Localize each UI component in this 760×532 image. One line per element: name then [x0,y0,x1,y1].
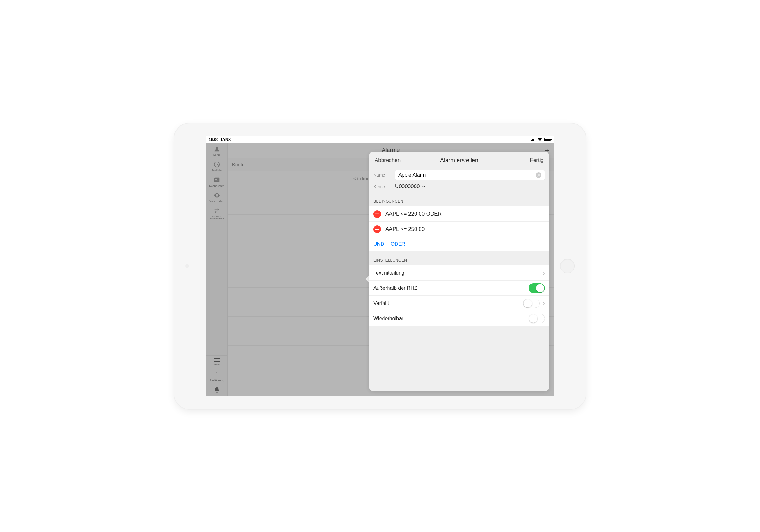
sidebar-item-label: Ausführung [209,379,224,382]
transfer-icon [214,371,220,378]
sidebar-item-label: Nachrichten [209,184,224,187]
create-alarm-modal-wrap: Abbrechen Alarm erstellen Fertig Name [369,152,549,391]
rhz-toggle[interactable] [529,283,545,293]
account-label: Konto [373,184,391,189]
sidebar-item-konto[interactable]: Konto [206,143,227,158]
battery-icon [545,138,551,141]
close-icon [537,173,540,177]
status-time: 16:00 [209,137,218,142]
setting-label: Textmitteilung [373,270,404,276]
conditions-header: BEDINGUNGEN [369,192,549,206]
sidebar-item-label: Portfolio [212,169,222,172]
condition-row[interactable]: AAPL >= 250.00 [369,222,549,237]
sidebar-item-label: Watchlisten [209,200,224,203]
logic-row: UND ODER [369,237,549,251]
chevron-right-icon: › [543,300,545,307]
clear-name-button[interactable] [536,172,542,178]
name-row: Name [369,169,549,181]
condition-text: AAPL <= 220.00 ODER [385,211,442,217]
settings-header: EINSTELLUNGEN [369,251,549,265]
name-input-wrap[interactable] [395,170,545,180]
signal-icon [531,138,536,141]
account-row[interactable]: Konto U0000000 [369,181,549,192]
svg-rect-5 [217,179,218,180]
arrows-icon [214,208,220,215]
sidebar: Konto Portfolio Nachrichten Watchli [206,143,228,396]
sidebar-item-nachrichten[interactable]: Nachrichten [206,174,227,189]
setting-textmitteilung[interactable]: Textmitteilung › [369,266,549,281]
expires-toggle[interactable] [523,299,540,308]
wifi-icon [537,138,543,142]
svg-rect-2 [214,178,219,182]
menu-icon [214,358,220,362]
or-button[interactable]: ODER [391,241,405,247]
sidebar-item-label: Mehr [214,363,220,366]
sidebar-item-ausfuehrung[interactable]: Ausführung [206,368,227,384]
sidebar-item-alarm[interactable] [206,384,227,396]
condition-text: AAPL >= 250.00 [385,226,425,232]
chevron-down-icon [421,184,426,189]
condition-row[interactable]: AAPL <= 220.00 ODER [369,207,549,222]
setting-wiederholbar: Wiederholbar [369,311,549,326]
done-button[interactable]: Fertig [530,157,544,164]
svg-rect-6 [215,180,218,181]
chevron-right-icon: › [543,269,545,276]
tablet-camera [185,264,189,268]
name-input[interactable] [398,172,536,178]
name-label: Name [373,172,391,178]
repeat-toggle[interactable] [529,314,545,323]
settings-list: Textmitteilung › Außerhalb der RHZ Verfä… [369,265,549,326]
account-value: U0000000 [395,183,420,190]
eye-icon [214,192,220,199]
setting-label: Verfällt [373,301,389,306]
remove-condition-button[interactable] [373,210,381,218]
setting-label: Außerhalb der RHZ [373,285,417,291]
sidebar-item-orders[interactable]: Orders & Ausführungen [206,205,227,222]
status-bar: 16:00 LYNX [206,136,554,143]
screen: 16:00 LYNX Konto [206,136,554,396]
svg-rect-4 [217,178,218,179]
sidebar-item-label: Konto [213,153,221,157]
portfolio-icon [214,161,220,168]
news-icon [214,176,220,183]
conditions-list: AAPL <= 220.00 ODER AAPL >= 250.00 [369,206,549,237]
setting-rhz: Außerhalb der RHZ [369,281,549,296]
sidebar-item-portfolio[interactable]: Portfolio [206,158,227,174]
filter-label: Konto [232,162,245,167]
and-button[interactable]: UND [373,241,384,247]
tablet-frame: 16:00 LYNX Konto [174,123,586,409]
setting-label: Wiederholbar [373,316,404,321]
sidebar-item-mehr[interactable]: Mehr [206,355,227,368]
setting-verfaellt[interactable]: Verfällt › [369,296,549,311]
remove-condition-button[interactable] [373,225,381,233]
create-alarm-modal: Abbrechen Alarm erstellen Fertig Name [369,152,549,391]
sidebar-item-watchlisten[interactable]: Watchlisten [206,189,227,205]
svg-rect-3 [215,178,216,180]
bell-icon [214,387,220,394]
app: Konto Portfolio Nachrichten Watchli [206,143,554,396]
svg-point-0 [215,147,218,149]
modal-header: Abbrechen Alarm erstellen Fertig [369,152,549,169]
cancel-button[interactable]: Abbrechen [375,157,401,164]
user-icon [214,145,220,152]
home-button[interactable] [560,259,575,273]
sidebar-item-label: Orders & Ausführungen [206,215,227,220]
status-carrier: LYNX [221,137,231,142]
